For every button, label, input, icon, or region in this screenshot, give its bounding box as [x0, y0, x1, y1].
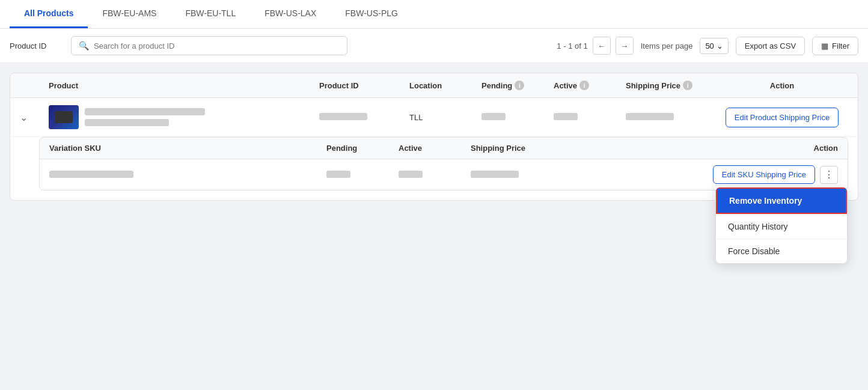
active-info-icon[interactable]: i: [579, 81, 589, 90]
filter-label: Filter: [832, 41, 849, 50]
th-product-id: Product ID: [319, 81, 409, 90]
force-disable-button[interactable]: Force Disable: [716, 239, 847, 263]
search-box[interactable]: 🔍: [71, 36, 347, 55]
pending-cell: [481, 112, 554, 122]
toolbar: Product ID 🔍 1 - 1 of 1 ← → Items per pa…: [0, 29, 868, 63]
table-row: ⌄ TLL: [10, 98, 858, 137]
table-header: Product Product ID Location Pending i Ac…: [10, 73, 858, 98]
variation-active-value: [399, 171, 423, 178]
export-csv-button[interactable]: Export as CSV: [736, 37, 805, 55]
product-subname: [85, 119, 169, 126]
filter-icon: ▦: [821, 41, 828, 50]
search-input[interactable]: [94, 41, 340, 50]
th-product: Product: [49, 81, 319, 90]
tabs-bar: All Products FBW-EU-AMS FBW-EU-TLL FBW-U…: [0, 0, 868, 29]
tab-all-products[interactable]: All Products: [10, 0, 88, 28]
next-page-button[interactable]: →: [616, 37, 634, 55]
vth-sku: Variation SKU: [49, 144, 326, 153]
variation-header: Variation SKU Pending Active Shipping Pr…: [40, 138, 848, 159]
product-id-value: [319, 113, 367, 120]
variation-shipping-price-value: [471, 171, 519, 178]
items-per-page-label: Items per page: [641, 41, 693, 50]
vth-shipping-price: Shipping Price: [471, 144, 561, 153]
product-id-cell: [319, 112, 409, 122]
variation-actions: Edit SKU Shipping Price ⋮ Remove Invento…: [561, 165, 838, 184]
product-thumbnail: [49, 105, 79, 129]
per-page-select[interactable]: 50 ⌄: [700, 38, 728, 54]
shipping-price-info-icon[interactable]: i: [683, 81, 692, 90]
main-content: Product Product ID Location Pending i Ac…: [0, 63, 868, 210]
pagination: 1 - 1 of 1 ← →: [557, 37, 633, 55]
page: All Products FBW-EU-AMS FBW-EU-TLL FBW-U…: [0, 0, 868, 390]
product-name-block: [85, 108, 205, 126]
expand-chevron[interactable]: ⌄: [20, 112, 49, 123]
th-pending: Pending i: [481, 81, 554, 90]
variation-active-cell: [399, 170, 471, 180]
product-name: [85, 108, 205, 115]
chevron-down-icon: ⌄: [717, 41, 723, 50]
active-value: [554, 113, 578, 120]
shipping-price-value: [626, 113, 674, 120]
pending-value: [481, 113, 506, 120]
active-cell: [554, 112, 626, 122]
products-table: Product Product ID Location Pending i Ac…: [10, 73, 858, 201]
prev-page-button[interactable]: ←: [593, 37, 611, 55]
dropdown-menu: Remove Inventory Quantity History Force …: [715, 187, 848, 264]
pagination-text: 1 - 1 of 1: [557, 41, 587, 50]
edit-sku-shipping-price-button[interactable]: Edit SKU Shipping Price: [713, 165, 815, 184]
tab-fbw-eu-ams[interactable]: FBW-EU-AMS: [88, 0, 171, 28]
vth-pending: Pending: [326, 144, 399, 153]
variation-shipping-price-cell: [471, 170, 561, 180]
vth-active: Active: [399, 144, 471, 153]
edit-product-shipping-price-button[interactable]: Edit Product Shipping Price: [726, 108, 839, 127]
product-id-label: Product ID: [10, 41, 64, 50]
pending-info-icon[interactable]: i: [515, 81, 524, 90]
variation-pending-value: [326, 171, 350, 178]
per-page-value: 50: [705, 41, 714, 50]
more-options-button[interactable]: ⋮: [820, 166, 838, 184]
search-icon: 🔍: [79, 41, 89, 50]
quantity-history-button[interactable]: Quantity History: [716, 214, 847, 239]
filter-button[interactable]: ▦ Filter: [812, 37, 858, 55]
action-cell: Edit Product Shipping Price: [716, 108, 848, 127]
shipping-price-cell: [626, 112, 716, 122]
variation-table: Variation SKU Pending Active Shipping Pr…: [39, 137, 848, 190]
variation-pending-cell: [326, 170, 399, 180]
th-action: Action: [716, 81, 848, 90]
tab-fbw-eu-tll[interactable]: FBW-EU-TLL: [171, 0, 250, 28]
location-cell: TLL: [409, 112, 481, 122]
variation-sku-value: [49, 171, 133, 178]
th-active: Active i: [554, 81, 626, 90]
tab-fbw-us-plg[interactable]: FBW-US-PLG: [331, 0, 412, 28]
variation-row: Edit SKU Shipping Price ⋮ Remove Invento…: [40, 159, 848, 190]
remove-inventory-button[interactable]: Remove Inventory: [716, 187, 847, 214]
th-location: Location: [409, 81, 481, 90]
product-cell: [49, 105, 319, 129]
tab-fbw-us-lax[interactable]: FBW-US-LAX: [250, 0, 331, 28]
variation-sku-cell: [49, 170, 326, 180]
vth-action: Action: [561, 144, 838, 153]
th-shipping-price: Shipping Price i: [626, 81, 716, 90]
location-value: TLL: [409, 113, 423, 122]
